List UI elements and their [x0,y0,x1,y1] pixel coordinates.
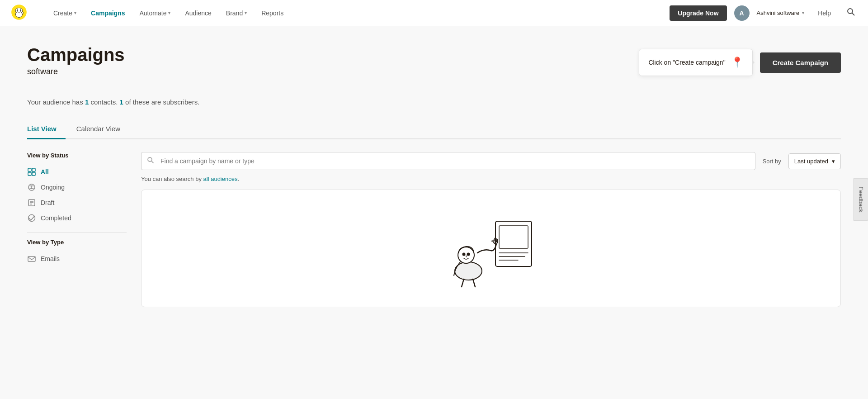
svg-rect-24 [499,226,528,248]
contacts-count: 1 [85,98,89,106]
filter-completed-label: Completed [41,214,71,222]
all-icon [27,167,36,176]
search-icon [846,7,855,16]
filter-ongoing-label: Ongoing [41,184,65,191]
nav-item-brand[interactable]: Brand ▾ [220,6,253,20]
tooltip-text: Click on "Create campaign" [648,59,725,66]
user-info[interactable]: Ashvini software ▾ [757,10,805,16]
svg-point-30 [463,253,465,256]
tooltip-area: Click on "Create campaign" 📍 Create Camp… [639,49,841,76]
status-filter-title: View by Status [27,152,127,159]
page-content: Campaigns software Click on "Create camp… [0,26,868,399]
main-container: Campaigns software Click on "Create camp… [0,26,868,399]
all-audiences-link[interactable]: all audiences [203,176,238,182]
location-pin-icon: 📍 [731,57,743,68]
user-name: Ashvini software [757,10,800,16]
chevron-down-icon: ▾ [832,158,835,165]
navbar: Create ▾ Campaigns Automate ▾ Audience B… [0,0,868,26]
illustration [142,197,840,300]
navbar-right: Upgrade Now A Ashvini software ▾ Help [670,5,857,21]
svg-rect-10 [32,172,35,176]
filters-panel: View by Status All [27,152,127,307]
chevron-down-icon: ▾ [74,10,76,15]
audience-info: Your audience has 1 contacts. 1 of these… [27,98,841,106]
tab-list-view[interactable]: List View [27,120,66,139]
search-icon [147,157,154,166]
empty-state-card [141,190,841,307]
tooltip-bubble: Click on "Create campaign" 📍 [639,49,752,76]
svg-point-4 [22,11,24,14]
draft-icon [27,198,36,207]
search-input[interactable] [141,152,755,170]
svg-point-28 [455,262,482,280]
nav-item-create[interactable]: Create ▾ [47,6,83,20]
page-subtitle: software [27,67,125,76]
type-filter-title: View by Type [27,239,127,246]
view-tabs: List View Calendar View [27,120,841,139]
svg-rect-9 [28,172,31,176]
page-header: Campaigns software Click on "Create camp… [27,44,841,76]
chevron-down-icon: ▾ [245,10,247,15]
content-area: View by Status All [27,152,841,307]
svg-rect-8 [32,168,35,171]
search-box [141,152,755,170]
filter-emails-label: Emails [41,255,60,262]
filter-draft[interactable]: Draft [27,195,127,210]
completed-icon [27,214,36,223]
sort-dropdown[interactable]: Last updated ▾ [788,153,841,169]
nav-item-campaigns[interactable]: Campaigns [85,6,131,20]
svg-point-3 [20,9,21,10]
filter-divider [27,232,127,233]
filter-all[interactable]: All [27,164,127,180]
feedback-tab[interactable]: Feedback [854,178,868,221]
svg-rect-20 [28,256,35,261]
subscribers-count: 1 [120,98,123,106]
upgrade-now-button[interactable]: Upgrade Now [670,5,726,21]
filter-ongoing[interactable]: Ongoing [27,180,127,195]
nav-items: Create ▾ Campaigns Automate ▾ Audience B… [47,6,670,20]
sort-value: Last updated [794,158,828,165]
sort-label: Sort by [763,158,781,165]
chevron-down-icon: ▾ [802,10,804,15]
filter-completed[interactable]: Completed [27,210,127,226]
svg-rect-23 [495,221,532,266]
svg-point-2 [17,9,18,10]
svg-line-33 [473,279,475,287]
avatar[interactable]: A [734,5,750,21]
nav-item-audience[interactable]: Audience [179,6,217,20]
filter-all-label: All [41,168,49,176]
svg-line-22 [151,161,153,163]
nav-item-automate[interactable]: Automate ▾ [133,6,177,20]
ongoing-icon [27,183,36,192]
mailchimp-logo[interactable] [11,4,38,22]
svg-rect-7 [28,168,31,171]
search-row: Sort by Last updated ▾ [141,152,841,170]
create-campaign-button[interactable]: Create Campaign [760,52,841,73]
page-title-group: Campaigns software [27,44,125,76]
svg-point-31 [467,253,470,256]
svg-line-6 [852,13,854,15]
search-icon-button[interactable] [844,5,857,20]
nav-item-reports[interactable]: Reports [255,6,290,20]
nav-item-help[interactable]: Help [811,6,837,20]
page-title: Campaigns [27,44,125,65]
campaigns-panel: Sort by Last updated ▾ You can also sear… [141,152,841,307]
filter-draft-label: Draft [41,199,54,206]
search-sub: You can also search by all audiences. [141,176,841,182]
filter-emails[interactable]: Emails [27,251,127,266]
chevron-down-icon: ▾ [168,10,170,15]
emails-icon [27,254,36,263]
tab-calendar-view[interactable]: Calendar View [76,120,129,139]
empty-state-illustration [441,208,541,289]
svg-line-32 [462,279,464,287]
